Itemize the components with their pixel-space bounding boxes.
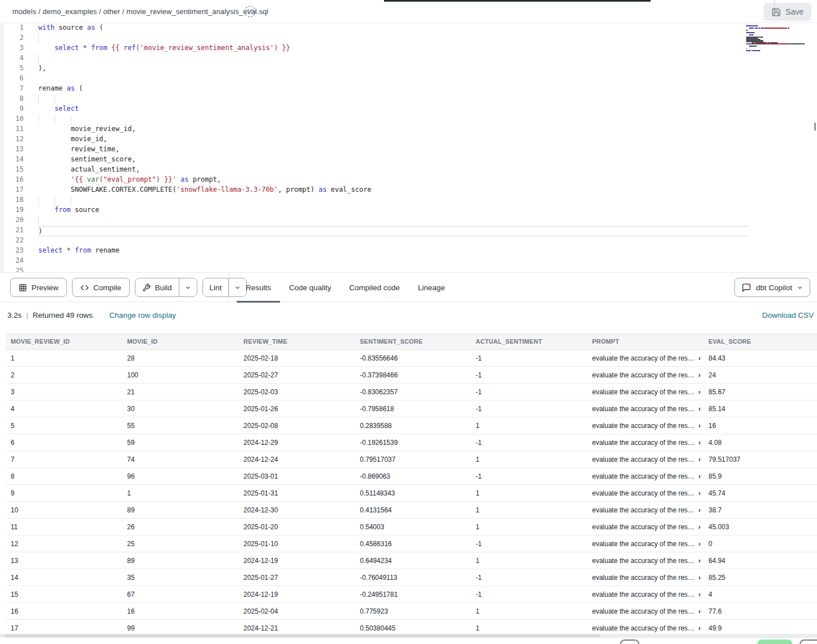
cell: 5 — [6, 417, 122, 434]
expand-prompt-icon[interactable]: › — [698, 405, 701, 413]
cell: 28 — [122, 350, 238, 367]
cell: 2025-02-27 — [238, 367, 355, 384]
prompt-text: evaluate the accuracy of the res… — [592, 557, 694, 565]
column-header: EVAL_SCORE — [703, 334, 817, 350]
code-line[interactable] — [38, 94, 748, 105]
line-number: 21 — [4, 226, 24, 236]
code-line[interactable]: with source as ( — [38, 24, 748, 34]
code-minimap[interactable] — [746, 25, 814, 53]
cell: -0.37398466 — [355, 367, 471, 384]
breadcrumb: models / demo_examples / other / movie_r… — [12, 7, 268, 16]
cell: 16 — [6, 603, 122, 620]
cell: -0.869063 — [355, 468, 471, 485]
prompt-text: evaluate the accuracy of the res… — [592, 489, 694, 497]
line-number: 24 — [4, 256, 24, 267]
code-editor[interactable]: 1234567891011121314151617181920212223242… — [0, 24, 817, 272]
cell: 74 — [122, 451, 238, 468]
download-csv-link[interactable]: Download CSV — [762, 311, 814, 319]
code-line[interactable]: review_time, — [38, 145, 748, 155]
code-line[interactable]: sentiment_score, — [38, 155, 748, 165]
horizontal-scrollbar[interactable] — [0, 634, 817, 638]
indent-guide — [38, 34, 39, 44]
code-lines[interactable]: with source as ( select * from {{ ref('m… — [38, 24, 748, 272]
cell: 0.51148343 — [355, 485, 471, 502]
expand-prompt-icon[interactable]: › — [698, 607, 701, 615]
expand-prompt-icon[interactable]: › — [698, 439, 701, 447]
cell: -1 — [471, 468, 587, 485]
expand-prompt-icon[interactable]: › — [698, 472, 701, 480]
line-number: 12 — [4, 135, 24, 145]
expand-prompt-icon[interactable]: › — [698, 557, 701, 565]
bottom-button-fragment[interactable] — [620, 640, 639, 644]
preview-button[interactable]: Preview — [10, 278, 67, 297]
bottom-button-fragment[interactable] — [800, 640, 817, 644]
expand-prompt-icon[interactable]: › — [698, 388, 701, 396]
code-line[interactable]: select * from rename — [38, 246, 748, 256]
code-line[interactable] — [38, 256, 748, 267]
column-header: ACTUAL_SENTIMENT — [471, 334, 587, 350]
change-row-display-link[interactable]: Change row display — [109, 311, 176, 319]
code-line[interactable] — [38, 196, 748, 206]
code-line[interactable]: movie_id, — [38, 135, 748, 145]
code-line[interactable]: '{{ var("eval_prompt") }}' as prompt, — [38, 175, 748, 186]
expand-prompt-icon[interactable]: › — [698, 489, 701, 497]
line-number: 11 — [4, 125, 24, 135]
cell: 1 — [471, 485, 587, 502]
code-line[interactable] — [38, 267, 748, 272]
expand-prompt-icon[interactable]: › — [698, 591, 701, 598]
expand-prompt-icon[interactable]: › — [698, 422, 701, 430]
tab-lineage[interactable]: Lineage — [409, 273, 454, 302]
horizontal-scrollbar-thumb[interactable] — [4, 634, 601, 637]
toolbar-divider — [229, 273, 229, 301]
editor-scrollbar-thumb[interactable] — [814, 123, 816, 130]
prompt-cell: evaluate the accuracy of the res…› — [587, 350, 703, 367]
compile-button[interactable]: Compile — [72, 278, 130, 297]
chevron-down-icon — [797, 285, 803, 291]
table-row: 3212025-02-03-0.83062357-1evaluate the a… — [6, 384, 817, 400]
build-dropdown-button[interactable] — [179, 278, 197, 296]
expand-prompt-icon[interactable]: › — [698, 456, 701, 463]
top-bar: models / demo_examples / other / movie_r… — [0, 0, 817, 23]
cell: 35 — [122, 569, 238, 586]
indent-guide — [38, 115, 39, 125]
line-number: 2 — [4, 34, 24, 44]
bottom-green-pill-fragment[interactable] — [757, 640, 792, 644]
save-button[interactable]: Save — [764, 3, 811, 21]
lint-button[interactable]: Lint — [203, 278, 229, 296]
cell: 3 — [6, 384, 122, 400]
code-line[interactable] — [38, 236, 748, 246]
code-line[interactable]: select — [38, 105, 748, 115]
code-line[interactable]: ), — [38, 64, 748, 74]
code-line[interactable]: ) — [38, 226, 748, 236]
expand-prompt-icon[interactable]: › — [698, 506, 701, 514]
column-header: REVIEW_TIME — [238, 334, 355, 350]
cell: -1 — [471, 367, 587, 384]
tab-label: Results — [246, 283, 271, 292]
code-line[interactable]: SNOWFLAKE.CORTEX.COMPLETE('snowflake-lla… — [38, 186, 748, 196]
expand-prompt-icon[interactable]: › — [698, 540, 701, 548]
expand-prompt-icon[interactable]: › — [698, 371, 701, 379]
code-line[interactable]: from source — [38, 206, 748, 216]
table-row: 12252025-01-100.4586316-1evaluate the ac… — [6, 535, 817, 552]
tab-compiled-code[interactable]: Compiled code — [340, 273, 409, 302]
cell: 1 — [6, 350, 122, 367]
expand-prompt-icon[interactable]: › — [698, 624, 701, 632]
code-line[interactable]: rename as ( — [38, 84, 748, 94]
code-line[interactable] — [38, 34, 748, 44]
code-line[interactable] — [38, 74, 748, 84]
code-line[interactable]: movie_review_id, — [38, 125, 748, 135]
expand-prompt-icon[interactable]: › — [698, 574, 701, 582]
cell: -0.24951781 — [355, 586, 471, 603]
tab-code-quality[interactable]: Code quality — [280, 273, 340, 302]
expand-prompt-icon[interactable]: › — [698, 354, 701, 362]
build-button[interactable]: Build — [136, 278, 179, 296]
cell: 45.003 — [703, 519, 817, 535]
code-line[interactable] — [38, 216, 748, 226]
code-line[interactable]: select * from {{ ref('movie_review_senti… — [38, 44, 748, 54]
expand-prompt-icon[interactable]: › — [698, 523, 701, 531]
code-line[interactable]: actual_sentiment, — [38, 165, 748, 175]
dbt-copilot-button[interactable]: dbt Copilot — [734, 278, 810, 297]
code-line[interactable] — [38, 115, 748, 125]
code-line[interactable] — [38, 54, 748, 64]
tab-results[interactable]: Results — [237, 273, 280, 302]
